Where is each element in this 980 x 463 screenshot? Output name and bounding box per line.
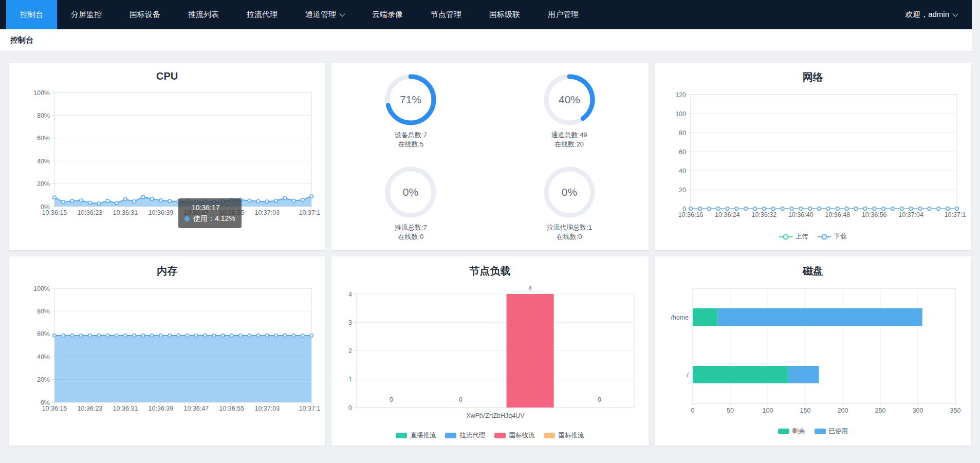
svg-text:10:37:13: 10:37:13 bbox=[299, 405, 320, 412]
svg-text:0: 0 bbox=[598, 396, 601, 403]
svg-text:/: / bbox=[687, 372, 689, 379]
svg-text:40%: 40% bbox=[37, 354, 50, 361]
nav-item-console[interactable]: 控制台 bbox=[6, 0, 57, 29]
stat-line: 在线数:0 bbox=[557, 232, 582, 242]
cpu-chart[interactable]: 0%20%40%60%80%100%10:36:1510:36:2310:36:… bbox=[14, 87, 320, 217]
stats-panel: 71% 设备总数:7 在线数:5 40% 通道总数:49 在线数:20 0% 推… bbox=[331, 63, 648, 250]
nav-item-cloud-recording[interactable]: 云端录像 bbox=[358, 0, 417, 29]
svg-text:10:37:14: 10:37:14 bbox=[945, 211, 966, 218]
legend-gb-push[interactable]: 国标推流 bbox=[544, 431, 584, 440]
legend-upload[interactable]: 上传 bbox=[779, 232, 808, 241]
nav-item-push-list[interactable]: 推流列表 bbox=[174, 0, 233, 29]
legend-gb-receive[interactable]: 国标收流 bbox=[494, 431, 534, 440]
legend-swatch bbox=[815, 429, 826, 434]
memory-chart[interactable]: 0%20%40%60%80%100%10:36:1510:36:2310:36:… bbox=[14, 283, 320, 413]
svg-text:100: 100 bbox=[763, 407, 773, 414]
network-legend: 上传 下载 bbox=[655, 232, 971, 241]
line-marker-icon bbox=[779, 234, 792, 240]
svg-text:10:36:31: 10:36:31 bbox=[113, 405, 138, 412]
nav-item-split-screen[interactable]: 分屏监控 bbox=[57, 0, 116, 29]
svg-text:10:36:55: 10:36:55 bbox=[219, 209, 244, 216]
svg-text:80%: 80% bbox=[37, 112, 50, 119]
nav-item-user-management[interactable]: 用户管理 bbox=[534, 0, 593, 29]
panel-title: 节点负载 bbox=[331, 256, 648, 278]
dashboard-grid: CPU 0%20%40%60%80%100%10:36:1510:36:2310… bbox=[0, 51, 980, 446]
gauge-channels: 40% 通道总数:49 在线数:20 bbox=[490, 74, 648, 149]
legend-live-push[interactable]: 直播推流 bbox=[396, 431, 436, 440]
legend-label: 直播推流 bbox=[410, 431, 436, 440]
disk-chart[interactable]: 050100150200250300350/home/ bbox=[660, 283, 966, 418]
svg-text:4: 4 bbox=[528, 285, 532, 292]
network-panel: 网络 02040608010012010:36:1610:36:2410:36:… bbox=[655, 63, 971, 250]
donut-chart[interactable]: 0% bbox=[385, 166, 436, 218]
stat-line: 通道总数:49 bbox=[551, 131, 587, 140]
donut-chart[interactable]: 0% bbox=[544, 166, 595, 218]
svg-text:0: 0 bbox=[348, 404, 352, 412]
svg-text:40%: 40% bbox=[559, 94, 580, 105]
nodeload-legend: 直播推流 拉流代理 国标收流 国标推流 bbox=[331, 431, 648, 440]
memory-panel: 内存 0%20%40%60%80%100%10:36:1510:36:2310:… bbox=[9, 256, 325, 446]
disk-panel: 磁盘 050100150200250300350/home/ 剩余 已使用 bbox=[655, 256, 971, 446]
svg-text:40%: 40% bbox=[37, 158, 50, 165]
legend-swatch bbox=[396, 433, 407, 438]
svg-text:10:37:04: 10:37:04 bbox=[899, 211, 924, 218]
svg-text:150: 150 bbox=[800, 407, 811, 414]
nav-item-gb-cascade[interactable]: 国标级联 bbox=[475, 0, 534, 29]
stat-line: 在线数:5 bbox=[398, 140, 423, 149]
donut-chart[interactable]: 71% bbox=[385, 74, 436, 125]
svg-text:100%: 100% bbox=[33, 285, 50, 292]
legend-label: 已使用 bbox=[829, 427, 848, 436]
legend-pull-proxy[interactable]: 拉流代理 bbox=[445, 431, 485, 440]
tooltip-series-dot bbox=[184, 216, 190, 221]
stat-line: 在线数:0 bbox=[398, 232, 423, 242]
svg-text:0: 0 bbox=[459, 396, 463, 403]
svg-text:0: 0 bbox=[390, 396, 393, 403]
legend-download[interactable]: 下载 bbox=[818, 232, 847, 241]
legend-label: 剩余 bbox=[792, 427, 805, 436]
svg-text:200: 200 bbox=[838, 407, 848, 414]
svg-text:0%: 0% bbox=[403, 186, 418, 198]
nav-item-gb-devices[interactable]: 国标设备 bbox=[116, 0, 174, 29]
svg-text:1: 1 bbox=[348, 376, 352, 383]
svg-text:10:36:55: 10:36:55 bbox=[219, 405, 244, 412]
gauge-push-streams: 0% 推流总数:7 在线数:0 bbox=[331, 166, 490, 242]
svg-text:120: 120 bbox=[675, 91, 686, 99]
chevron-down-icon bbox=[339, 11, 345, 16]
disk-legend: 剩余 已使用 bbox=[655, 427, 971, 436]
svg-text:4: 4 bbox=[348, 291, 352, 298]
breadcrumb-bar: 控制台 bbox=[0, 29, 972, 51]
svg-text:10:36:16: 10:36:16 bbox=[678, 211, 704, 218]
network-chart[interactable]: 02040608010012010:36:1610:36:2410:36:321… bbox=[660, 89, 966, 219]
svg-text:10:36:47: 10:36:47 bbox=[183, 405, 209, 412]
nav-item-label: 通道管理 bbox=[305, 10, 336, 20]
svg-text:3: 3 bbox=[348, 319, 352, 326]
svg-text:10:36:15: 10:36:15 bbox=[42, 405, 67, 412]
nodeload-chart[interactable]: 012340040XwFtVZrtZbHJq4UV bbox=[337, 283, 643, 424]
svg-text:10:36:24: 10:36:24 bbox=[715, 211, 740, 218]
legend-used[interactable]: 已使用 bbox=[815, 427, 848, 436]
svg-text:10:37:13: 10:37:13 bbox=[299, 209, 320, 216]
svg-text:10:36:56: 10:36:56 bbox=[862, 211, 887, 218]
gauge-pull-proxies: 0% 拉流代理总数:1 在线数:0 bbox=[490, 166, 648, 242]
svg-text:10:36:39: 10:36:39 bbox=[148, 405, 173, 412]
legend-swatch bbox=[778, 429, 789, 434]
svg-text:80%: 80% bbox=[37, 308, 50, 315]
svg-text:100: 100 bbox=[675, 110, 686, 118]
user-menu[interactable]: 欢迎，admin bbox=[905, 10, 957, 20]
donut-chart[interactable]: 40% bbox=[544, 74, 595, 125]
panel-title: 磁盘 bbox=[655, 256, 971, 278]
stat-line: 设备总数:7 bbox=[395, 131, 427, 140]
svg-text:0%: 0% bbox=[561, 186, 577, 198]
legend-free[interactable]: 剩余 bbox=[778, 427, 805, 436]
nav-item-pull-proxy[interactable]: 拉流代理 bbox=[233, 0, 291, 29]
welcome-text: 欢迎，admin bbox=[905, 10, 949, 20]
nav-item-node-management[interactable]: 节点管理 bbox=[417, 0, 475, 29]
nav-item-channel-management[interactable]: 通道管理 bbox=[291, 0, 358, 29]
line-marker-icon bbox=[818, 234, 831, 240]
svg-text:40: 40 bbox=[679, 168, 686, 175]
legend-swatch bbox=[544, 433, 555, 438]
legend-label: 国标收流 bbox=[509, 431, 534, 440]
chevron-down-icon bbox=[952, 11, 958, 16]
svg-text:/home: /home bbox=[671, 314, 689, 321]
svg-text:XwFtVZrtZbHJq4UV: XwFtVZrtZbHJq4UV bbox=[466, 412, 525, 419]
